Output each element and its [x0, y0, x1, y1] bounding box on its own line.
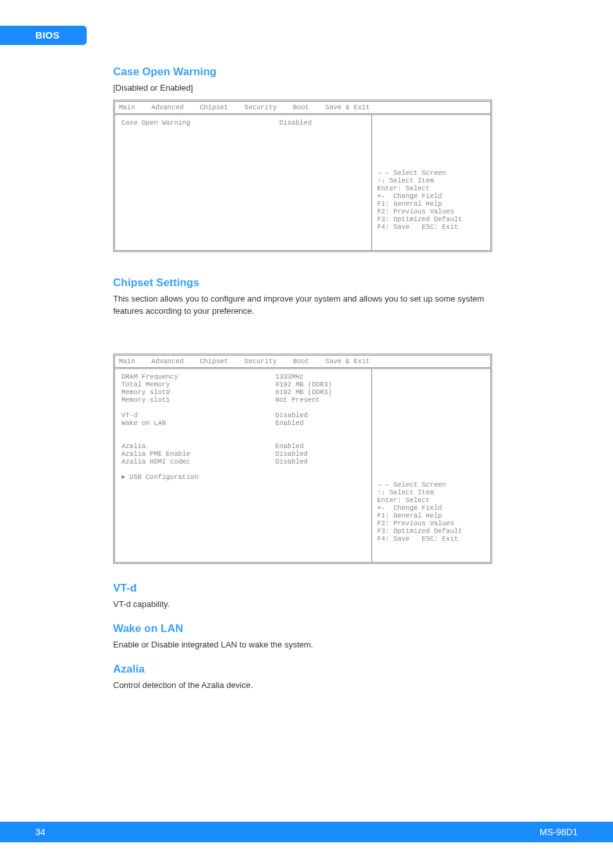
case-open-desc: [Disabled or Enabled] [113, 82, 511, 95]
wol-desc: Enable or Disable integrated LAN to wake… [113, 639, 511, 651]
bios-tabs-2: Main Advanced Chipset Security Boot Save… [115, 356, 490, 369]
vtd-desc: VT-d capability. [113, 599, 511, 611]
wol-title: Wake on LAN [113, 622, 511, 635]
page-number: 34 [35, 827, 46, 837]
vtd-title: VT-d [113, 582, 511, 595]
footer-product: MS-98D1 [540, 822, 613, 842]
bios-box-1: Main Advanced Chipset Security Boot Save… [113, 100, 492, 252]
bios-right-2: → ← Select Screen ↑↓ Select Item Enter: … [371, 369, 490, 562]
azalia-desc: Control detection of the Azalia device. [113, 680, 511, 692]
bios-tab: BIOS [0, 26, 87, 45]
bios-right-spacer [377, 134, 486, 154]
bios-left-2: DRAM Frequency 1333MHz Total Memory 8192… [115, 369, 371, 562]
chipset-desc: This section allows you to configure and… [113, 293, 511, 318]
azalia-title: Azalia [113, 663, 511, 676]
footer-bar: 34 MS-98D1 [0, 822, 613, 842]
bios-help-1: → ← Select Screen ↑↓ Select Item Enter: … [377, 169, 486, 231]
bios-right-1: → ← Select Screen ↑↓ Select Item Enter: … [371, 115, 490, 250]
bios-help-2: → ← Select Screen ↑↓ Select Item Enter: … [377, 481, 486, 543]
bios-left-1: Case Open Warning Disabled [115, 115, 371, 250]
case-open-title: Case Open Warning [113, 66, 511, 78]
bios-box-2: Main Advanced Chipset Security Boot Save… [113, 354, 492, 564]
bios-tabs-1: Main Advanced Chipset Security Boot Save… [115, 102, 490, 115]
bios-right-spacer-2 [377, 388, 486, 466]
chipset-title: Chipset Settings [113, 276, 511, 289]
